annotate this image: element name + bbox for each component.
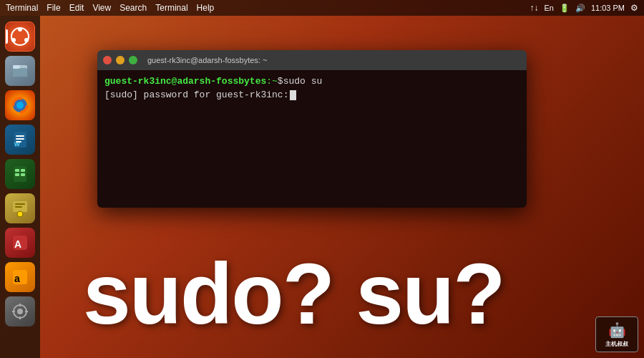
svg-point-2	[24, 38, 29, 42]
application-dock: W A a	[0, 16, 40, 358]
battery-icon: 🔋	[560, 4, 570, 13]
terminal-sudo-prompt: [sudo] password for guest-rk3inc:	[104, 90, 288, 100]
terminal-body[interactable]: guest-rk3inc@adarsh-fossbytes :~ $ sudo …	[97, 70, 527, 208]
svg-rect-11	[16, 135, 24, 137]
svg-point-23	[17, 211, 23, 217]
window-maximize-button[interactable]	[129, 56, 137, 64]
svg-rect-5	[13, 68, 27, 77]
svg-rect-17	[21, 169, 25, 172]
svg-point-3	[11, 38, 16, 42]
dock-icon-libreoffice-calc[interactable]	[5, 159, 35, 189]
terminal-dir: :~	[266, 76, 278, 87]
terminal-command: sudo su	[283, 76, 323, 87]
terminal-window: guest-rk3inc@adarsh-fossbytes: ~ guest-r…	[97, 50, 527, 208]
top-menubar: Terminal File Edit View Search Terminal …	[0, 0, 644, 16]
svg-text:A: A	[14, 238, 21, 250]
watermark-icon: 🤖	[608, 321, 626, 339]
svg-rect-30	[19, 304, 21, 306]
svg-point-1	[18, 27, 22, 32]
dock-icon-files[interactable]	[5, 56, 35, 86]
svg-rect-33	[25, 311, 28, 312]
dock-icon-system-settings[interactable]	[5, 296, 35, 326]
network-signal-icon: ↑↓	[530, 3, 538, 13]
menu-terminal[interactable]: Terminal	[155, 3, 187, 13]
dock-icon-amazon[interactable]: a	[5, 262, 35, 292]
language-indicator[interactable]: En	[544, 4, 553, 12]
menubar-right: ↑↓ En 🔋 🔊 11:03 PM ⚙	[530, 3, 638, 13]
svg-rect-32	[12, 311, 15, 312]
menubar-left: Terminal File Edit View Search Terminal …	[6, 3, 530, 13]
svg-rect-19	[21, 173, 25, 176]
svg-rect-31	[19, 316, 21, 319]
watermark-text: 主机叔叔	[605, 340, 628, 348]
svg-text:W: W	[14, 141, 20, 147]
desktop-main-area: guest-rk3inc@adarsh-fossbytes: ~ guest-r…	[40, 16, 644, 358]
terminal-title: guest-rk3inc@adarsh-fossbytes: ~	[147, 56, 267, 64]
menu-search[interactable]: Search	[119, 3, 147, 13]
terminal-line-1: guest-rk3inc@adarsh-fossbytes :~ $ sudo …	[104, 76, 519, 87]
window-close-button[interactable]	[103, 56, 112, 64]
terminal-titlebar: guest-rk3inc@adarsh-fossbytes: ~	[97, 50, 527, 70]
menu-terminal-app[interactable]: Terminal	[6, 3, 38, 13]
menu-help[interactable]: Help	[197, 3, 215, 13]
dock-icon-certificate[interactable]	[5, 193, 35, 223]
dock-icon-appstore[interactable]: A	[5, 228, 35, 258]
svg-point-29	[17, 309, 23, 314]
clock: 11:03 PM	[591, 4, 625, 12]
svg-rect-12	[16, 138, 24, 140]
window-minimize-button[interactable]	[116, 56, 125, 64]
menu-file[interactable]: File	[47, 3, 60, 13]
watermark-badge: 🤖 主机叔叔	[595, 316, 638, 352]
volume-icon[interactable]: 🔊	[575, 4, 585, 13]
svg-point-9	[16, 102, 24, 109]
menu-view[interactable]: View	[92, 3, 111, 13]
dock-icon-firefox[interactable]	[5, 90, 35, 120]
terminal-user-host: guest-rk3inc@adarsh-fossbytes	[104, 76, 266, 87]
terminal-cursor	[290, 90, 296, 100]
terminal-line-2: [sudo] password for guest-rk3inc:	[104, 90, 519, 100]
svg-text:a: a	[14, 273, 20, 284]
svg-rect-21	[15, 203, 25, 205]
settings-icon[interactable]: ⚙	[630, 3, 638, 13]
dock-icon-ubuntu[interactable]	[5, 21, 35, 52]
overlay-big-text: sudo? su?	[83, 251, 504, 337]
overlay-text-container: sudo? su?	[83, 251, 630, 337]
svg-rect-18	[15, 173, 19, 176]
menu-edit[interactable]: Edit	[69, 3, 84, 13]
terminal-dollar: $	[278, 76, 283, 87]
dock-icon-libreoffice-writer[interactable]: W	[5, 125, 35, 155]
svg-rect-6	[13, 65, 20, 69]
svg-rect-16	[15, 169, 19, 172]
svg-rect-22	[15, 206, 22, 208]
